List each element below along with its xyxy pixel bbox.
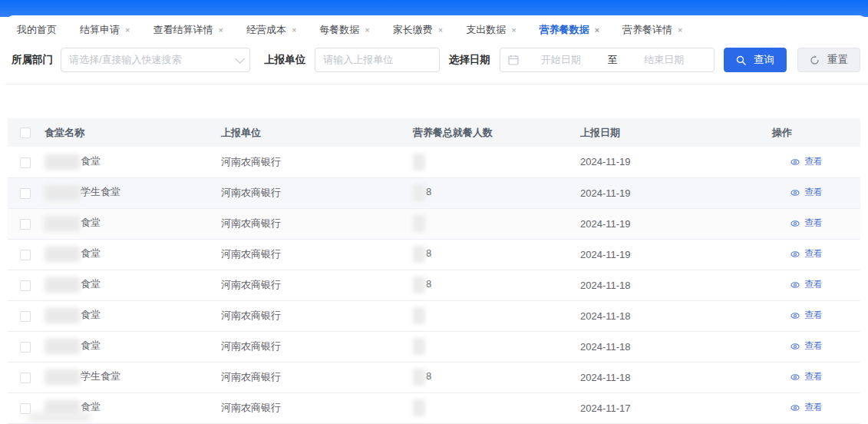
close-icon[interactable]: ×	[365, 26, 369, 35]
report-unit: 河南农商银行	[221, 279, 281, 290]
view-link-label: 查看	[804, 247, 823, 260]
redacted-count-blur	[413, 369, 425, 386]
view-link-label: 查看	[804, 370, 823, 383]
report-unit: 河南农商银行	[221, 217, 281, 229]
canteen-name: 食堂	[81, 217, 101, 228]
redacted-name-blur	[45, 277, 80, 293]
tab-结算申请[interactable]: 结算申请 ×	[80, 23, 130, 37]
close-icon[interactable]: ×	[438, 26, 443, 35]
eye-icon	[790, 342, 802, 351]
table-row: 食堂 河南农商银行 8 2024-11-19 查看	[8, 239, 860, 270]
date-range-picker[interactable]: 开始日期 至 结束日期	[500, 48, 715, 72]
tab-label: 我的首页	[17, 23, 57, 37]
column-header-meal-count: 营养餐总就餐人数	[411, 118, 579, 147]
tab-营养餐数据[interactable]: 营养餐数据 ×	[540, 23, 599, 37]
report-date: 2024-11-19	[580, 187, 631, 199]
tab-label: 查看结算详情	[153, 23, 213, 37]
row-checkbox[interactable]	[20, 188, 31, 199]
unit-input[interactable]: 请输入上报单位	[315, 48, 440, 72]
table-container: 食堂名称 上报单位 营养餐总就餐人数 上报日期 操作 食堂 河南农商银行 202…	[8, 118, 860, 424]
redacted-count-blur	[413, 215, 425, 232]
tab-bar: 我的首页 结算申请 × 查看结算详情 × 经营成本 × 每餐数据 ×	[5, 15, 868, 43]
page: 我的首页 结算申请 × 查看结算详情 × 经营成本 × 每餐数据 ×	[0, 0, 868, 424]
view-link[interactable]: 查看	[772, 340, 823, 353]
table-row: 食堂 河南农商银行 2024-11-18 查看	[8, 300, 860, 331]
redacted-name-blur	[45, 154, 80, 170]
row-checkbox[interactable]	[20, 373, 31, 383]
report-unit: 河南农商银行	[221, 187, 281, 198]
tab-label: 每餐数据	[319, 23, 359, 37]
date-end-input[interactable]: 结束日期	[622, 53, 706, 67]
reset-button[interactable]: 重置	[797, 48, 860, 72]
table-row: 食堂 河南农商银行 2024-11-19 查看	[8, 147, 860, 177]
eye-icon	[790, 373, 802, 382]
close-icon[interactable]: ×	[511, 26, 516, 35]
report-unit: 河南农商银行	[221, 248, 281, 260]
eye-icon	[790, 219, 802, 228]
redacted-count-blur	[413, 246, 425, 263]
content-panel: 我的首页 结算申请 × 查看结算详情 × 经营成本 × 每餐数据 ×	[5, 15, 868, 424]
report-unit: 河南农商银行	[221, 371, 281, 383]
row-checkbox[interactable]	[20, 157, 31, 168]
tab-家长缴费[interactable]: 家长缴费 ×	[393, 23, 443, 37]
table-header-row: 食堂名称 上报单位 营养餐总就餐人数 上报日期 操作	[8, 118, 860, 147]
column-header-canteen-name: 食堂名称	[43, 118, 219, 147]
tab-每餐数据[interactable]: 每餐数据 ×	[319, 23, 369, 37]
department-select[interactable]: 请选择/直接输入快速搜索	[61, 48, 250, 72]
view-link-label: 查看	[804, 401, 823, 414]
row-checkbox[interactable]	[20, 219, 31, 230]
chevron-down-icon	[236, 54, 246, 64]
close-icon[interactable]: ×	[595, 26, 599, 35]
view-link-label: 查看	[804, 278, 823, 291]
close-icon[interactable]: ×	[125, 26, 130, 35]
row-checkbox[interactable]	[20, 311, 31, 322]
report-unit: 河南农商银行	[221, 156, 281, 167]
report-date: 2024-11-19	[580, 218, 631, 230]
redacted-name-blur	[45, 339, 80, 354]
view-link[interactable]: 查看	[772, 155, 823, 168]
refresh-icon	[810, 55, 823, 65]
redacted-name-blur	[45, 247, 80, 262]
view-link[interactable]: 查看	[772, 370, 823, 383]
close-icon[interactable]: ×	[678, 26, 682, 35]
redacted-count-blur	[413, 399, 425, 416]
column-header-action: 操作	[771, 118, 860, 147]
eye-icon	[790, 311, 802, 320]
row-checkbox[interactable]	[20, 342, 31, 353]
filter-bar: 所属部门 请选择/直接输入快速搜索 上报单位 请输入上报单位 选择日期 开始日期…	[5, 43, 868, 77]
unit-label: 上报单位	[264, 53, 305, 67]
tab-label: 营养餐数据	[540, 23, 589, 37]
view-link[interactable]: 查看	[772, 278, 823, 291]
redacted-name-blur	[45, 369, 80, 385]
row-checkbox[interactable]	[20, 280, 31, 291]
tab-查看结算详情[interactable]: 查看结算详情 ×	[153, 23, 223, 37]
search-button-label: 查询	[754, 53, 774, 67]
date-start-input[interactable]: 开始日期	[519, 53, 603, 67]
column-header-report-unit: 上报单位	[219, 118, 411, 147]
redacted-count-blur	[413, 277, 425, 293]
view-link[interactable]: 查看	[772, 217, 823, 230]
view-link[interactable]: 查看	[772, 401, 823, 414]
tab-label: 经营成本	[246, 23, 286, 37]
search-button[interactable]: 查询	[724, 48, 787, 72]
view-link[interactable]: 查看	[772, 247, 823, 260]
canteen-name: 学生食堂	[81, 186, 120, 197]
view-link[interactable]: 查看	[772, 309, 823, 322]
canteen-name: 食堂	[81, 309, 101, 320]
select-all-checkbox[interactable]	[20, 128, 31, 138]
view-link-label: 查看	[804, 186, 823, 199]
report-date: 2024-11-18	[580, 280, 631, 291]
tab-我的首页[interactable]: 我的首页	[17, 23, 57, 37]
close-icon[interactable]: ×	[218, 26, 223, 35]
report-unit: 河南农商银行	[221, 310, 281, 321]
tab-营养餐详情[interactable]: 营养餐详情 ×	[622, 23, 682, 37]
view-link[interactable]: 查看	[772, 186, 823, 199]
report-unit: 河南农商银行	[221, 402, 281, 413]
tab-经营成本[interactable]: 经营成本 ×	[246, 23, 296, 37]
tab-支出数据[interactable]: 支出数据 ×	[466, 23, 516, 37]
close-icon[interactable]: ×	[292, 26, 296, 35]
column-header-report-date: 上报日期	[579, 118, 771, 147]
row-checkbox[interactable]	[20, 250, 31, 260]
top-navbar	[0, 0, 868, 17]
table-row: 食堂 河南农商银行 2024-11-19 查看	[8, 208, 860, 239]
